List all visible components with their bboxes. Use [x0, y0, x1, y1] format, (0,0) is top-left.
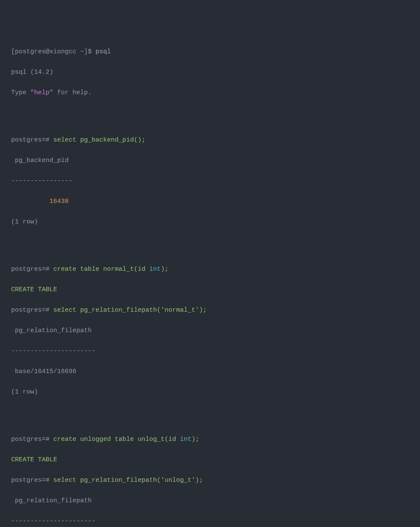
- sql-command-end: );: [195, 477, 203, 484]
- sql-prompt-line: postgres=# create unlogged table unlog_t…: [11, 434, 409, 445]
- sql-string: 'unlog_t': [161, 477, 195, 484]
- spacer: [11, 108, 409, 125]
- psql-help-line: Type "help" for help.: [11, 88, 409, 98]
- sql-prompt: postgres=#: [11, 477, 53, 484]
- result-value: base/16415/16696: [11, 367, 409, 377]
- sql-id: id: [138, 266, 145, 273]
- sql-command-end: );: [161, 266, 168, 273]
- result-row-count: (1 row): [11, 217, 409, 227]
- result-row-count: (1 row): [11, 387, 409, 397]
- help-keyword: help: [34, 89, 49, 96]
- sql-command-end: );: [199, 307, 207, 314]
- result-separator: ----------------------: [11, 346, 409, 356]
- help-quote-close: ": [49, 89, 53, 96]
- sql-type: int: [149, 266, 161, 273]
- help-quote-open: ": [30, 89, 34, 96]
- result-column: pg_relation_filepath: [11, 496, 409, 506]
- spacer: [11, 408, 409, 424]
- sql-prompt: postgres=#: [11, 307, 53, 314]
- sql-prompt-line: postgres=# select pg_relation_filepath('…: [11, 475, 409, 486]
- result-column: pg_backend_pid: [11, 156, 409, 166]
- sql-string: 'normal_t': [161, 307, 199, 314]
- result-column: pg_relation_filepath: [11, 326, 409, 336]
- shell-prompt-line: [postgres@xiongcc ~]$ psql: [11, 47, 409, 57]
- sql-response: CREATE TABLE: [11, 285, 409, 295]
- result-separator: ----------------------: [11, 516, 409, 527]
- sql-command-end: );: [191, 436, 199, 443]
- sql-prompt-line: postgres=# select pg_relation_filepath('…: [11, 305, 409, 316]
- sql-prompt: postgres=#: [11, 436, 53, 443]
- sql-prompt: postgres=#: [11, 266, 53, 273]
- sql-command-part: select pg_relation_filepath(: [53, 477, 161, 484]
- result-indent: [11, 198, 49, 205]
- sql-space: [145, 266, 149, 273]
- psql-version: psql (14.2): [11, 67, 409, 78]
- sql-prompt-line: postgres=# create table normal_t(id int)…: [11, 264, 409, 275]
- shell-prompt: [postgres@xiongcc ~]$: [11, 48, 96, 55]
- sql-prompt: postgres=#: [11, 136, 53, 144]
- sql-command-part: create table normal_t(: [53, 266, 138, 273]
- sql-command-part: create unlogged table unlog_t(: [53, 436, 168, 443]
- result-value: 16438: [49, 198, 69, 205]
- sql-type: int: [180, 436, 191, 443]
- sql-command-part: select pg_relation_filepath(: [53, 307, 161, 314]
- result-separator: ----------------: [11, 176, 409, 186]
- help-prefix: Type: [11, 89, 30, 96]
- sql-response: CREATE TABLE: [11, 455, 409, 465]
- sql-prompt-line: postgres=# select pg_backend_pid();: [11, 135, 409, 145]
- spacer: [11, 237, 409, 254]
- sql-space: [176, 436, 180, 443]
- shell-command: psql: [96, 48, 111, 55]
- help-suffix: for help.: [53, 89, 92, 96]
- sql-command: select pg_backend_pid();: [53, 136, 145, 144]
- result-value-line: 16438: [11, 197, 409, 207]
- sql-id: id: [168, 436, 176, 443]
